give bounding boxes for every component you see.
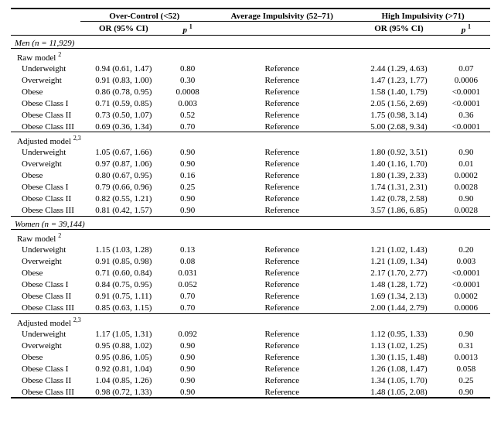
table-row: Obese Class I0.84 (0.75, 0.95)0.052Refer… <box>11 279 490 290</box>
header-ref-spacer <box>208 22 356 36</box>
table-row: Obese Class III0.81 (0.42, 1.57)0.90Refe… <box>11 204 490 217</box>
table-row: Obese0.86 (0.78, 0.95)0.0008Reference1.5… <box>11 85 490 97</box>
sub-section-label: Adjusted model 2,3 <box>11 132 490 146</box>
table-row: Obese Class III0.69 (0.36, 1.34)0.70Refe… <box>11 120 490 132</box>
header-p1: p 1 <box>167 22 209 36</box>
table-row: Obese Class I0.71 (0.59, 0.85)0.003Refer… <box>11 97 490 108</box>
table-row: Obese0.71 (0.60, 0.84)0.031Reference2.17… <box>11 267 490 279</box>
table-row: Overweight0.95 (0.88, 1.02)0.90Reference… <box>11 339 490 351</box>
sub-section-label: Adjusted model 2,3 <box>11 313 490 327</box>
table-row: Obese0.95 (0.86, 1.05)0.90Reference1.30 … <box>11 351 490 362</box>
header-avg-impulsivity: Average Impulsivity (52–71) <box>208 9 356 22</box>
table-row: Underweight1.05 (0.67, 1.66)0.90Referenc… <box>11 146 490 158</box>
header-or2: OR (95% CI) <box>356 22 442 36</box>
header-p2: p 1 <box>442 22 490 36</box>
table-row: Underweight0.94 (0.61, 1.47)0.80Referenc… <box>11 62 490 74</box>
table-row: Obese Class I0.79 (0.66, 0.96)0.25Refere… <box>11 181 490 193</box>
header-high-impulsivity: High Impulsivity (>71) <box>356 9 490 22</box>
table-row: Obese Class II0.82 (0.55, 1.21)0.90Refer… <box>11 193 490 204</box>
header-class <box>11 9 80 35</box>
section-label: Women (n = 39,144) <box>11 216 490 229</box>
header-over-control: Over-Control (<52) <box>80 9 208 22</box>
table-row: Underweight1.17 (1.05, 1.31)0.092Referen… <box>11 327 490 339</box>
table-row: Obese Class II0.91 (0.75, 1.11)0.70Refer… <box>11 290 490 302</box>
sub-section-label: Raw model 2 <box>11 229 490 243</box>
table-row: Obese Class II0.73 (0.50, 1.07)0.52Refer… <box>11 108 490 120</box>
table-row: Obese Class II1.04 (0.85, 1.26)0.90Refer… <box>11 374 490 385</box>
section-label: Men (n = 11,929) <box>11 35 490 48</box>
header-or1: OR (95% CI) <box>80 22 167 36</box>
table-row: Underweight1.15 (1.03, 1.28)0.13Referenc… <box>11 244 490 255</box>
sub-section-label: Raw model 2 <box>11 48 490 62</box>
table-row: Overweight0.91 (0.83, 1.00)0.30Reference… <box>11 74 490 85</box>
main-table: Over-Control (<52) Average Impulsivity (… <box>11 8 490 398</box>
table-row: Obese Class III0.98 (0.72, 1.33)0.90Refe… <box>11 385 490 398</box>
table-row: Obese0.80 (0.67, 0.95)0.16Reference1.80 … <box>11 169 490 181</box>
table-row: Overweight0.91 (0.85, 0.98)0.08Reference… <box>11 255 490 267</box>
table-row: Overweight0.97 (0.87, 1.06)0.90Reference… <box>11 158 490 169</box>
table-row: Obese Class I0.92 (0.81, 1.04)0.90Refere… <box>11 362 490 374</box>
table-row: Obese Class III0.85 (0.63, 1.15)0.70Refe… <box>11 302 490 314</box>
